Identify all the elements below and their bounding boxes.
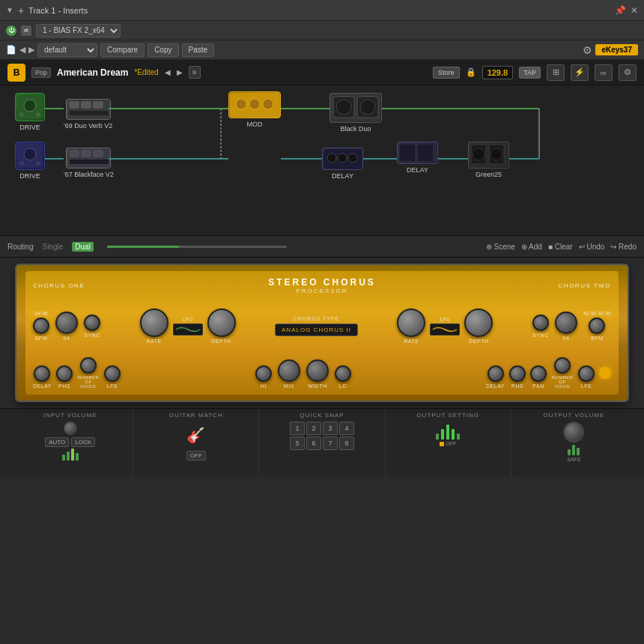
undo-button[interactable]: ↩ Undo: [579, 243, 605, 251]
mod-unit: [228, 91, 281, 118]
rate-knob[interactable]: [55, 312, 78, 334]
expand-arrow[interactable]: ▼: [6, 6, 13, 14]
voc-right-knob[interactable]: [554, 357, 571, 374]
lock-button[interactable]: LOCK: [71, 437, 95, 447]
rate-left-knob[interactable]: [140, 309, 168, 337]
drive-bottom-block[interactable]: DRIVE: [15, 142, 45, 180]
rate-knob-group: 04: [55, 312, 78, 341]
guitar-off-button[interactable]: OFF: [186, 451, 206, 461]
midi-button[interactable]: ⊞: [547, 64, 565, 81]
black-duo-block[interactable]: Black Duo: [329, 93, 382, 133]
depth-right-knob[interactable]: [464, 309, 493, 337]
plugin-power-button[interactable]: ⏻: [6, 25, 16, 36]
nav-back-button[interactable]: ◀: [19, 45, 25, 55]
rate-right-knob[interactable]: [397, 309, 425, 337]
mix-knob-label: MIX: [284, 383, 294, 389]
plugin-menu-button[interactable]: ≡: [189, 66, 201, 79]
snap-btn-1[interactable]: 1: [290, 422, 305, 435]
voc-right-label: NUMBER OF VOICE: [551, 375, 574, 389]
preset-next-button[interactable]: ▶: [177, 68, 183, 76]
svg-rect-8: [70, 111, 109, 115]
pin-button[interactable]: 📌: [615, 5, 626, 16]
scene-button[interactable]: ⊕ Scene: [486, 243, 515, 251]
sync-right-knob[interactable]: [532, 315, 549, 331]
bpm-knob[interactable]: [33, 318, 49, 334]
auto-button[interactable]: AUTO: [45, 437, 69, 447]
hi-knob[interactable]: [255, 365, 272, 382]
snap-btn-5[interactable]: 5: [290, 437, 305, 450]
plugin-settings-button[interactable]: ⚙: [619, 64, 637, 81]
voc-left-knob[interactable]: [80, 357, 97, 374]
clear-button[interactable]: ■ Clear: [548, 243, 573, 251]
delay-right-knob[interactable]: [487, 365, 504, 382]
phs-left-knob[interactable]: [56, 365, 73, 382]
width-knob[interactable]: [306, 359, 329, 382]
delay-unit: [322, 148, 363, 170]
svg-point-1: [24, 100, 36, 112]
tap-button[interactable]: TAP: [519, 67, 541, 79]
add-insert-button[interactable]: +: [18, 4, 24, 16]
preset-prev-button[interactable]: ◀: [165, 68, 171, 76]
snap-btn-4[interactable]: 4: [339, 422, 354, 435]
phs-right-label: PHS: [511, 383, 523, 389]
snap-btn-3[interactable]: 3: [323, 422, 338, 435]
chorus-type-display[interactable]: ANALOG CHORUS II: [275, 323, 358, 336]
phs-left-group: PHS: [56, 365, 73, 389]
close-button[interactable]: ✕: [631, 5, 638, 16]
mix-knob[interactable]: [278, 359, 300, 382]
lo-knob[interactable]: [335, 365, 351, 382]
delay-left-knob[interactable]: [34, 365, 50, 382]
input-volume-knob[interactable]: [64, 422, 77, 435]
lfe-right-knob[interactable]: [578, 365, 595, 382]
loop-button[interactable]: ∞: [595, 64, 613, 81]
settings-icon[interactable]: ⚙: [583, 44, 592, 56]
output-volume-section: OUTPUT VOLUME SAFE: [511, 409, 637, 476]
tuner-button[interactable]: ⚡: [571, 64, 589, 81]
rate-far-right-knob[interactable]: [555, 312, 577, 334]
paste-button[interactable]: Paste: [182, 43, 215, 57]
drive-top-label: DRIVE: [19, 124, 40, 131]
lfe-left-knob[interactable]: [104, 365, 121, 382]
copy-button[interactable]: Copy: [148, 43, 178, 57]
add-button[interactable]: ⊕ Add: [521, 243, 542, 251]
preset-selector[interactable]: default: [37, 43, 97, 57]
plugin-selector[interactable]: 1 - BIAS FX 2_x64: [36, 24, 121, 37]
snap-btn-8[interactable]: 8: [339, 437, 354, 450]
rate-far-right-group: 04: [555, 312, 577, 341]
nav-forward-button[interactable]: ▶: [28, 45, 34, 55]
delay-cab-block[interactable]: DELAY: [397, 142, 438, 174]
pan-right-knob[interactable]: [530, 365, 547, 382]
phs-right-knob[interactable]: [509, 365, 526, 382]
routing-bar: Routing Single Dual ⊕ Scene ⊕ Add ■ Clea…: [0, 235, 644, 258]
output-volume-knob[interactable]: [563, 422, 584, 443]
snap-btn-7[interactable]: 7: [323, 437, 338, 450]
compare-button[interactable]: Compare: [100, 43, 145, 57]
single-routing-button[interactable]: Single: [39, 242, 66, 252]
green25-block[interactable]: Green25: [468, 142, 509, 178]
dual-routing-button[interactable]: Dual: [72, 242, 94, 252]
routing-slider[interactable]: [107, 246, 287, 248]
snap-btn-2[interactable]: 2: [306, 422, 321, 435]
snap-btn-6[interactable]: 6: [306, 437, 321, 450]
delay-block[interactable]: DELAY: [322, 148, 363, 180]
green25-cab: [468, 142, 509, 168]
amp-69-block[interactable]: '69 Duo Verb V2: [64, 99, 112, 130]
depth-left-knob[interactable]: [207, 309, 236, 337]
quick-snap-section: QUICK SNAP 1 2 3 4 5 6 7 8: [259, 409, 385, 476]
black-duo-cab: [329, 93, 382, 123]
delay-right-label: DELAY: [486, 383, 505, 389]
bpm-knob-label: BPM: [35, 335, 48, 341]
drive-top-block[interactable]: DRIVE: [15, 93, 45, 131]
delay-left-group: DELAY: [33, 365, 52, 389]
chorus-two-label: CHORUS TWO: [467, 282, 611, 289]
store-button[interactable]: Store: [433, 67, 460, 79]
svg-rect-32: [400, 145, 415, 161]
sync-knob[interactable]: [84, 315, 100, 331]
redo-button[interactable]: ↪ Redo: [610, 243, 637, 251]
bpm-right-knob[interactable]: [589, 318, 605, 334]
mod-block[interactable]: MOD: [228, 91, 281, 128]
amp-67-block[interactable]: '67 Blackface V2: [64, 148, 114, 178]
plugin-ui: B Pop American Dream *Edited ◀ ▶ ≡ Store…: [0, 60, 644, 644]
input-level-meter: [62, 449, 79, 461]
chorus-main-title: STEREO CHORUS: [177, 277, 467, 288]
